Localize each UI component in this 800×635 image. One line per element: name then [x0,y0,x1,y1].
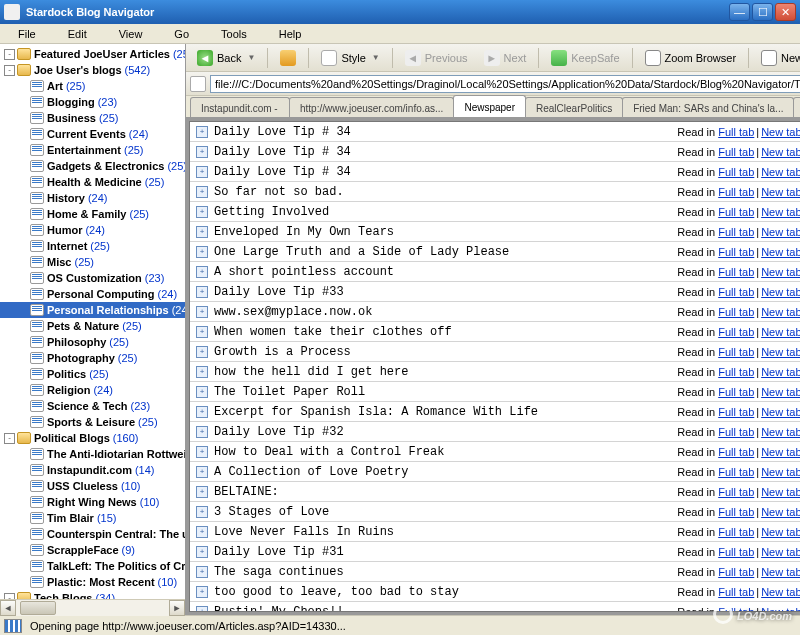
scroll-track[interactable] [16,600,169,616]
full-tab-link[interactable]: Full tab [718,426,754,438]
full-tab-link[interactable]: Full tab [718,446,754,458]
article-row[interactable]: +A Collection of Love PoetryRead in Full… [190,462,800,482]
expand-icon[interactable]: + [196,226,208,238]
tree-category[interactable]: Misc(25) [0,254,185,270]
expand-icon[interactable]: + [196,526,208,538]
full-tab-link[interactable]: Full tab [718,326,754,338]
article-row[interactable]: +Growth is a ProcessRead in Full tab|New… [190,342,800,362]
newspaper-button[interactable]: Newspaper [754,47,800,69]
article-row[interactable]: +too good to leave, too bad to stayRead … [190,582,800,602]
new-tab-link[interactable]: New tab [761,166,800,178]
tree-category[interactable]: Health & Medicine(25) [0,174,185,190]
full-tab-link[interactable]: Full tab [718,206,754,218]
new-tab-link[interactable]: New tab [761,186,800,198]
new-tab-link[interactable]: New tab [761,406,800,418]
full-tab-link[interactable]: Full tab [718,606,754,613]
new-tab-link[interactable]: New tab [761,346,800,358]
article-row[interactable]: +www.sex@myplace.now.okRead in Full tab|… [190,302,800,322]
tree-category[interactable]: Gadgets & Electronics(25) [0,158,185,174]
expand-icon[interactable]: + [196,406,208,418]
maximize-button[interactable]: ☐ [752,3,773,21]
article-row[interactable]: +Daily Love Tip # 34Read in Full tab|New… [190,162,800,182]
new-tab-link[interactable]: New tab [761,526,800,538]
tree-feed[interactable]: ScrappleFace(9) [0,542,185,558]
new-tab-link[interactable]: New tab [761,326,800,338]
tree-feed[interactable]: TalkLeft: The Politics of Crime [0,558,185,574]
tree-category[interactable]: Pets & Nature(25) [0,318,185,334]
tree-feed[interactable]: USS Clueless(10) [0,478,185,494]
article-row[interactable]: +Enveloped In My Own TearsRead in Full t… [190,222,800,242]
expand-icon[interactable]: + [196,146,208,158]
full-tab-link[interactable]: Full tab [718,486,754,498]
article-row[interactable]: +How to Deal with a Control FreakRead in… [190,442,800,462]
expand-icon[interactable]: + [196,306,208,318]
article-row[interactable]: +A short pointless accountRead in Full t… [190,262,800,282]
article-row[interactable]: +how the hell did I get hereRead in Full… [190,362,800,382]
article-row[interactable]: +Daily Love Tip #31Read in Full tab|New … [190,542,800,562]
expand-icon[interactable]: + [196,286,208,298]
next-button[interactable]: ►Next [477,47,534,69]
tree-feed[interactable]: The Anti-Idiotarian Rottweil [0,446,185,462]
tab[interactable]: Instapundit.com - [190,97,290,117]
new-tab-link[interactable]: New tab [761,206,800,218]
keepsafe-button[interactable]: KeepSafe [544,47,626,69]
new-tab-link[interactable]: New tab [761,266,800,278]
tree-joeuser-blogs[interactable]: -Joe User's blogs(542) [0,62,185,78]
sidebar-scrollbar[interactable]: ◄ ► [0,599,185,615]
previous-button[interactable]: ◄Previous [398,47,475,69]
tree-category[interactable]: Humor(24) [0,222,185,238]
new-tab-link[interactable]: New tab [761,386,800,398]
new-tab-link[interactable]: New tab [761,546,800,558]
menu-file[interactable]: File [2,26,52,42]
scroll-left-button[interactable]: ◄ [0,600,16,616]
expand-icon[interactable]: + [196,506,208,518]
menu-help[interactable]: Help [263,26,318,42]
tree-category[interactable]: Current Events(24) [0,126,185,142]
full-tab-link[interactable]: Full tab [718,186,754,198]
article-row[interactable]: +Getting InvolvedRead in Full tab|New ta… [190,202,800,222]
expand-icon[interactable]: + [196,166,208,178]
feed-tree[interactable]: -Featured JoeUser Articles(25)-Joe User'… [0,44,185,599]
tab[interactable]: Newspaper [453,95,526,117]
new-tab-link[interactable]: New tab [761,606,800,613]
tree-category[interactable]: History(24) [0,190,185,206]
full-tab-link[interactable]: Full tab [718,146,754,158]
expand-icon[interactable]: + [196,566,208,578]
tree-feed[interactable]: Tim Blair(15) [0,510,185,526]
full-tab-link[interactable]: Full tab [718,286,754,298]
scroll-right-button[interactable]: ► [169,600,185,616]
new-tab-link[interactable]: New tab [761,226,800,238]
expand-icon[interactable]: + [196,606,208,613]
tree-category[interactable]: Blogging(23) [0,94,185,110]
new-tab-link[interactable]: New tab [761,286,800,298]
full-tab-link[interactable]: Full tab [718,406,754,418]
tree-category[interactable]: Religion(24) [0,382,185,398]
full-tab-link[interactable]: Full tab [718,126,754,138]
full-tab-link[interactable]: Full tab [718,506,754,518]
tree-feed[interactable]: Plastic: Most Recent(10) [0,574,185,590]
tree-featured-joeuser[interactable]: -Featured JoeUser Articles(25) [0,46,185,62]
tree-category[interactable]: Entertainment(25) [0,142,185,158]
back-button[interactable]: ◄Back▼ [190,47,262,69]
expand-icon[interactable]: + [196,126,208,138]
tree-category[interactable]: Personal Computing(24) [0,286,185,302]
expand-icon[interactable]: + [196,326,208,338]
article-row[interactable]: +One Large Truth and a Side of Lady Plea… [190,242,800,262]
new-tab-link[interactable]: New tab [761,306,800,318]
expand-icon[interactable]: + [196,246,208,258]
article-row[interactable]: +Bustin' My Chops!!Read in Full tab|New … [190,602,800,612]
tab[interactable]: Fried Man: SARs and China's la... [622,97,794,117]
article-row[interactable]: +The Toilet Paper RollRead in Full tab|N… [190,382,800,402]
article-row[interactable]: +Daily Love Tip #32Read in Full tab|New … [190,422,800,442]
tree-feed[interactable]: Right Wing News(10) [0,494,185,510]
new-tab-link[interactable]: New tab [761,146,800,158]
tree-feed[interactable]: Counterspin Central: The uno [0,526,185,542]
article-row[interactable]: +When women take their clothes offRead i… [190,322,800,342]
full-tab-link[interactable]: Full tab [718,386,754,398]
new-tab-link[interactable]: New tab [761,466,800,478]
new-tab-link[interactable]: New tab [761,246,800,258]
full-tab-link[interactable]: Full tab [718,546,754,558]
new-tab-link[interactable]: New tab [761,486,800,498]
full-tab-link[interactable]: Full tab [718,586,754,598]
tree-category[interactable]: Science & Tech(23) [0,398,185,414]
